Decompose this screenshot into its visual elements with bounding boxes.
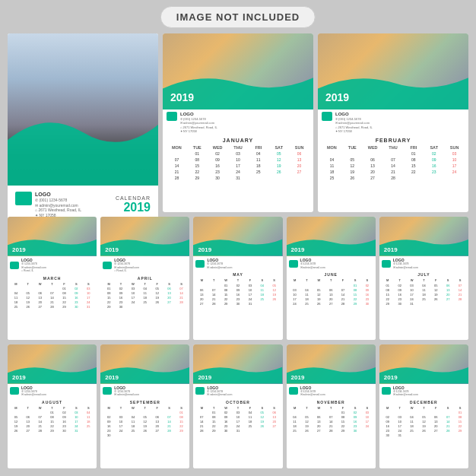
oct-calendar: OCTOBER MTWTFSS 010203040506 07080910111…	[193, 398, 282, 468]
sep-grid: MTWTFSS 01 02030405060708 09101112131415…	[103, 405, 187, 438]
april-grid: MTWTFSS 01020304050607 08091011121314 15…	[103, 281, 187, 309]
calendar-layout: LOGO ✆ (001) 1234-5678✉ admin@youremail.…	[8, 33, 468, 468]
april-bottom: LOGO ✆ 1234-5678✉ admin@email.com⌂ Road,…	[100, 256, 189, 274]
oct-grid: MTWTFSS 010203040506 07080910111213 1415…	[195, 405, 280, 433]
jan-grid: MON TUE WED THU FRI SAT SUN 01 02 03 04 …	[167, 144, 309, 181]
feb-logo: LOGO ✆ (001) 1234-5678✉ admin@youremail.…	[322, 112, 373, 133]
logo-icon	[15, 192, 32, 205]
april-card: 2019 LOGO ✆ 1234-5678✉ admin@email.com⌂ …	[100, 217, 189, 340]
march-name: MARCH	[10, 276, 94, 281]
jan-calendar: JANUARY MON TUE WED THU FRI SAT SUN 01 0…	[163, 135, 313, 183]
feb-year: 2019	[325, 91, 349, 103]
may-logo-details: ✆ 1234-5678✉ admin@email.com	[207, 262, 232, 269]
july-logo-icon	[382, 260, 391, 268]
aug-logo-details: ✆ 1234-5678✉ admin@email.com	[21, 390, 46, 397]
jan-logo-details: ✆ (001) 1234-5678✉ admin@youremail.com⌂ …	[180, 117, 217, 133]
sep-year: 2019	[105, 374, 119, 381]
feb-logo-name: LOGO	[335, 112, 373, 117]
sep-logo-icon	[103, 387, 112, 395]
feb-calendar: FEBRUARY MON TUE WED THU FRI SAT SUN 01 …	[318, 135, 468, 183]
sep-logo-details: ✆ 1234-5678✉ admin@email.com	[114, 390, 139, 397]
oct-photo: 2019	[193, 344, 282, 384]
cover-logo: LOGO ✆ (001) 1234-5678✉ admin@youremail.…	[15, 192, 81, 217]
oct-year: 2019	[198, 374, 211, 381]
jan-logo: LOGO ✆ (001) 1234-5678✉ admin@youremail.…	[167, 112, 217, 133]
row2-months: 2019 LOGO ✆ 1234-5678✉ admin@email.com⌂ …	[8, 217, 468, 340]
aug-year: 2019	[12, 374, 26, 381]
sep-calendar: SEPTEMBER MTWTFSS 01 02030405060708 0910…	[100, 398, 189, 468]
dec-photo: 2019	[379, 344, 468, 384]
feb-grid: MON TUE WED THU FRI SAT SUN 01 02 03 04 …	[322, 144, 465, 181]
november-card: 2019 LOGO ✆ 1234-5678✉ admin@email.com N…	[287, 344, 376, 468]
april-logo-details: ✆ 1234-5678✉ admin@email.com⌂ Road, IL	[114, 262, 139, 273]
nov-bottom: LOGO ✆ 1234-5678✉ admin@email.com	[287, 384, 376, 398]
oct-logo-details: ✆ 1234-5678✉ admin@email.com	[207, 390, 232, 397]
april-name: APRIL	[103, 276, 187, 281]
aug-grid: MTWTFSS 01020304 05060708091011 12131415…	[10, 405, 94, 433]
august-photo: 2019	[8, 344, 97, 384]
march-calendar: MARCH MTWTFSS 010203 04050607080910 1112…	[8, 274, 97, 340]
june-card: 2019 LOGO ✆ 1234-5678✉ admin@email.com J…	[287, 217, 376, 340]
aug-bottom: LOGO ✆ 1234-5678✉ admin@email.com	[8, 384, 97, 398]
march-logo-details: ✆ 1234-5678✉ admin@email.com⌂ Road, IL	[21, 262, 46, 273]
october-card: 2019 LOGO ✆ 1234-5678✉ admin@email.com O…	[193, 344, 282, 468]
jan-logo-icon	[167, 112, 177, 121]
march-logo-icon	[10, 262, 19, 269]
cover-calendar-title: CALENDAR 2019	[116, 195, 151, 214]
january-card: 2019 LOGO ✆ (001) 1234-5678✉ admin@youre…	[163, 33, 313, 212]
dec-calendar: DECEMBER MTWTFSS 01 02030405060708 09101…	[379, 398, 468, 468]
cover-photo	[8, 33, 158, 186]
nov-logo-icon	[289, 387, 298, 395]
feb-month-name: FEBRUARY	[322, 138, 465, 143]
logo-name: LOGO	[35, 192, 81, 198]
oct-name: OCTOBER	[195, 400, 280, 405]
june-bottom: LOGO ✆ 1234-5678✉ admin@email.com	[287, 256, 376, 271]
june-name: JUNE	[289, 272, 373, 277]
jan-photo: 2019	[163, 33, 313, 109]
march-card: 2019 LOGO ✆ 1234-5678✉ admin@email.com⌂ …	[8, 217, 97, 340]
april-year: 2019	[105, 246, 119, 253]
cover-year: 2019	[123, 201, 151, 214]
jan-month-name: JANUARY	[167, 138, 309, 143]
august-card: 2019 LOGO ✆ 1234-5678✉ admin@email.com A…	[8, 344, 97, 468]
jan-logo-name: LOGO	[180, 112, 217, 117]
jan-bottom: LOGO ✆ (001) 1234-5678✉ admin@youremail.…	[163, 109, 313, 135]
sep-bottom: LOGO ✆ 1234-5678✉ admin@email.com	[100, 384, 189, 398]
june-photo: 2019	[287, 217, 376, 256]
july-logo-details: ✆ 1234-5678✉ admin@email.com	[393, 262, 418, 269]
dec-bottom: LOGO ✆ 1234-5678✉ admin@email.com	[379, 384, 468, 398]
dec-logo-details: ✆ 1234-5678✉ admin@email.com	[393, 390, 418, 397]
july-year: 2019	[384, 246, 398, 253]
march-year: 2019	[12, 246, 26, 253]
july-grid: MTWTFSS 01020304050607 08091011121314 15…	[382, 278, 466, 306]
sep-name: SEPTEMBER	[103, 400, 187, 405]
may-year: 2019	[198, 246, 211, 253]
february-card: 2019 LOGO ✆ (001) 1234-5678✉ admin@youre…	[318, 33, 468, 212]
sep-photo: 2019	[100, 344, 189, 384]
march-grid: MTWTFSS 010203 04050607080910 1112131415…	[10, 281, 94, 309]
march-photo: 2019	[8, 217, 97, 256]
may-grid: MTWTFSS 0102030405 06070809101112 131415…	[195, 278, 280, 306]
aug-name: AUGUST	[10, 400, 94, 405]
feb-logo-icon	[322, 112, 332, 121]
april-photo: 2019	[100, 217, 189, 256]
feb-bottom: LOGO ✆ (001) 1234-5678✉ admin@youremail.…	[318, 109, 468, 135]
feb-logo-details: ✆ (001) 1234-5678✉ admin@youremail.com⌂ …	[335, 117, 373, 133]
may-logo-icon	[195, 260, 205, 268]
dec-logo-icon	[382, 387, 391, 395]
aug-logo-icon	[10, 387, 19, 395]
may-name: MAY	[195, 272, 280, 277]
nov-grid: MTWTFSS 010203 04050607080910 1112131415…	[289, 405, 373, 433]
nov-photo: 2019	[287, 344, 376, 384]
june-year: 2019	[291, 246, 305, 253]
september-card: 2019 LOGO ✆ 1234-5678✉ admin@email.com S…	[100, 344, 189, 468]
nov-year: 2019	[291, 374, 305, 381]
july-calendar: JULY MTWTFSS 01020304050607 080910111213…	[379, 271, 468, 340]
march-bottom: LOGO ✆ 1234-5678✉ admin@email.com⌂ Road,…	[8, 256, 97, 274]
june-logo-icon	[289, 260, 298, 268]
nov-calendar: NOVEMBER MTWTFSS 010203 04050607080910 1…	[287, 398, 376, 468]
july-bottom: LOGO ✆ 1234-5678✉ admin@email.com	[379, 256, 468, 271]
jan-year: 2019	[170, 91, 194, 103]
june-logo-details: ✆ 1234-5678✉ admin@email.com	[300, 262, 325, 269]
feb-photo: 2019	[318, 33, 468, 109]
